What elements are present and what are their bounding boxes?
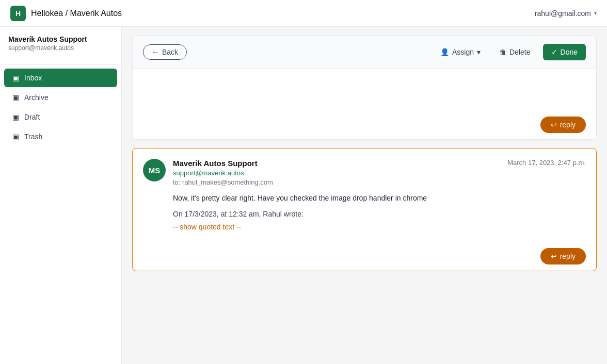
reply-icon: ↩ [551, 121, 557, 129]
assign-person-icon: 👤 [440, 48, 449, 56]
sender-details: Maverik Autos Support support@maverik.au… [173, 159, 273, 186]
sidebar: Maverik Autos Support support@maverik.au… [0, 27, 122, 364]
done-button[interactable]: ✓ Done [543, 44, 586, 60]
org-email: support@maverik.autos [8, 44, 113, 52]
nav-left: H Hellokea / Maverik Autos [10, 6, 122, 21]
top-nav: H Hellokea / Maverik Autos rahul@gmail.c… [0, 0, 607, 27]
inbox-icon: ▣ [12, 74, 19, 82]
email-toolbar: ← Back 👤 Assign ▾ 🗑 Delete ✓ [133, 36, 596, 69]
email-timestamp: March 17, 2023, 2:47 p.m. [507, 159, 586, 167]
sidebar-item-label: Trash [24, 133, 42, 141]
sidebar-divider [0, 64, 121, 64]
reply-label: reply [560, 121, 576, 129]
sender-email-link[interactable]: support@maverik.autos [173, 169, 273, 177]
back-arrow-icon: ← [152, 48, 159, 56]
user-email: rahul@gmail.com [535, 9, 591, 18]
sidebar-item-inbox[interactable]: ▣ Inbox [4, 69, 117, 87]
chevron-down-icon: ▾ [594, 10, 597, 16]
email-message-card: MS Maverik Autos Support support@maverik… [132, 148, 597, 271]
first-card-body [133, 69, 596, 110]
first-reply-container: ↩ reply [133, 110, 596, 139]
draft-icon: ▣ [12, 113, 19, 121]
delete-icon: 🗑 [499, 48, 506, 56]
org-name: Maverik Autos Support [8, 35, 113, 43]
sidebar-item-draft[interactable]: ▣ Draft [4, 108, 117, 126]
toolbar-right: 👤 Assign ▾ 🗑 Delete ✓ Done [434, 44, 586, 60]
email-header: MS Maverik Autos Support support@maverik… [133, 148, 596, 192]
first-reply-button[interactable]: ↩ reply [540, 117, 586, 133]
content-area: ← Back 👤 Assign ▾ 🗑 Delete ✓ [122, 27, 607, 364]
back-button[interactable]: ← Back [143, 44, 187, 60]
sidebar-item-label: Archive [24, 93, 49, 102]
reply2-label: reply [560, 252, 576, 260]
delete-button[interactable]: 🗑 Delete [493, 45, 536, 59]
sidebar-item-archive[interactable]: ▣ Archive [4, 88, 117, 107]
sender-name: Maverik Autos Support [173, 159, 273, 168]
back-label: Back [162, 48, 178, 56]
sidebar-item-label: Inbox [24, 74, 42, 82]
avatar: MS [143, 159, 166, 181]
done-label: Done [561, 48, 578, 56]
toolbar-card: ← Back 👤 Assign ▾ 🗑 Delete ✓ [132, 35, 597, 140]
assign-button[interactable]: 👤 Assign ▾ [434, 45, 487, 59]
assign-label: Assign [452, 48, 474, 56]
email-sender-info: MS Maverik Autos Support support@maverik… [143, 159, 273, 186]
delete-label: Delete [509, 48, 530, 56]
reply2-icon: ↩ [551, 252, 557, 260]
second-reply-button[interactable]: ↩ reply [540, 248, 586, 264]
archive-icon: ▣ [12, 93, 19, 102]
email-quoted-header: On 17/3/2023, at 12:32 am, Rahul wrote: [173, 210, 586, 218]
logo-icon: H [10, 6, 26, 21]
assign-chevron-icon: ▾ [477, 48, 481, 56]
sidebar-item-trash[interactable]: ▣ Trash [4, 127, 117, 146]
sidebar-item-label: Draft [24, 113, 40, 121]
user-menu[interactable]: rahul@gmail.com ▾ [535, 9, 597, 18]
sender-to: to: rahul_makes@something.com [173, 178, 273, 186]
second-reply-container: ↩ reply [133, 242, 596, 271]
toolbar-left: ← Back [143, 44, 187, 60]
trash-icon: ▣ [12, 133, 19, 141]
app-title: Hellokea / Maverik Autos [31, 9, 122, 18]
email-body-text: Now, it's pretty clear right. Have you c… [173, 192, 586, 204]
email-body-content: Now, it's pretty clear right. Have you c… [133, 192, 596, 242]
show-quoted-text-link[interactable]: -- show quoted text -- [173, 223, 241, 231]
sidebar-org: Maverik Autos Support support@maverik.au… [0, 35, 121, 60]
done-checkmark-icon: ✓ [551, 48, 557, 56]
main-layout: Maverik Autos Support support@maverik.au… [0, 27, 607, 364]
